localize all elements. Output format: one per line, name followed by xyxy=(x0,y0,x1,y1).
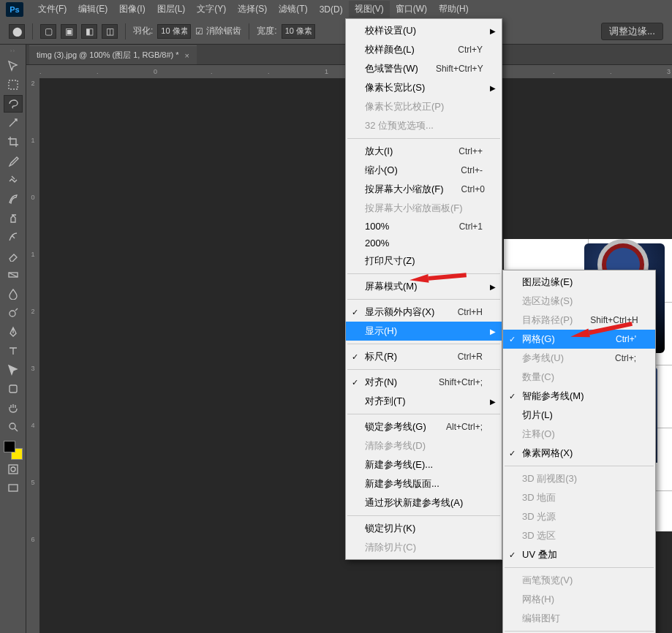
show-submenu-item[interactable]: ✓智能参考线(M) xyxy=(503,387,655,406)
menu-item-label: 锁定切片(K) xyxy=(365,522,415,535)
show-submenu-item: 参考线(U)Ctrl+; xyxy=(503,349,655,368)
menu-item-label: 像素长宽比(S) xyxy=(365,81,425,94)
feather-input[interactable] xyxy=(157,24,191,39)
menu-item-label: 像素长宽比校正(P) xyxy=(365,100,444,113)
view-menu-item[interactable]: 按屏幕大小缩放(F)Ctrl+0 xyxy=(346,180,502,199)
menu-image[interactable]: 图像(I) xyxy=(113,1,151,18)
view-menu-item[interactable]: 通过形状新建参考线(A) xyxy=(346,493,502,512)
menu-item-label: 参考线(U) xyxy=(522,352,564,365)
panel-grip-icon[interactable]: ›› xyxy=(10,48,15,54)
checkmark-icon: ✓ xyxy=(509,335,516,344)
type-tool[interactable] xyxy=(4,342,23,360)
view-menu-item[interactable]: ✓显示额外内容(X)Ctrl+H xyxy=(346,303,502,322)
menu-item-label: 3D 副视图(3) xyxy=(522,472,577,485)
menu-help[interactable]: 帮助(H) xyxy=(433,1,475,18)
history-brush-tool[interactable] xyxy=(4,228,23,246)
clone-tool[interactable] xyxy=(4,209,23,227)
view-menu-item[interactable]: 校样设置(U)▶ xyxy=(346,21,502,40)
eraser-tool[interactable] xyxy=(4,247,23,265)
show-submenu-item[interactable]: 切片(L) xyxy=(503,406,655,425)
svg-point-6 xyxy=(11,467,15,471)
menu-file[interactable]: 文件(F) xyxy=(32,1,72,18)
dodge-tool[interactable] xyxy=(4,304,23,322)
selection-intersect-icon[interactable]: ◫ xyxy=(102,24,118,39)
screenmode-tool[interactable] xyxy=(4,480,23,497)
document-tab[interactable]: timg (3).jpg @ 100% (图层 1, RGB/8#) * × xyxy=(29,45,197,64)
menu-type[interactable]: 文字(Y) xyxy=(191,1,232,18)
menu-item-label: 注释(O) xyxy=(522,428,555,441)
view-menu-item[interactable]: 缩小(O)Ctrl+- xyxy=(346,161,502,180)
menu-layer[interactable]: 图层(L) xyxy=(151,1,192,18)
view-menu-item[interactable]: ✓标尺(R)Ctrl+R xyxy=(346,347,502,366)
view-menu-item[interactable]: 校样颜色(L)Ctrl+Y xyxy=(346,40,502,59)
menu-item-label: 切片(L) xyxy=(522,409,553,422)
marquee-tool[interactable] xyxy=(4,76,23,94)
view-menu-item[interactable]: 对齐到(T)▶ xyxy=(346,392,502,411)
view-menu-item[interactable]: 像素长宽比(S)▶ xyxy=(346,78,502,97)
selection-add-icon[interactable]: ▣ xyxy=(61,24,77,39)
menu-item-label: 3D 选区 xyxy=(522,529,556,542)
menu-item-label: 新建参考线版面... xyxy=(365,477,439,490)
pen-tool[interactable] xyxy=(4,323,23,341)
show-submenu-item: 编辑图钉 xyxy=(503,609,655,628)
menu-item-label: 放大(I) xyxy=(365,145,393,158)
submenu-arrow-icon: ▶ xyxy=(490,27,496,35)
tool-preset-icon[interactable]: ⬤ xyxy=(9,24,25,39)
close-icon[interactable]: × xyxy=(185,51,189,60)
zoom-tool[interactable] xyxy=(4,418,23,436)
wand-tool[interactable] xyxy=(4,114,23,132)
shortcut-label: Shift+Ctrl+; xyxy=(421,377,483,387)
shape-tool[interactable] xyxy=(4,380,23,398)
view-menu-item[interactable]: 放大(I)Ctrl++ xyxy=(346,142,502,161)
adjust-edges-button[interactable]: 调整边缘... xyxy=(601,23,663,40)
move-tool[interactable] xyxy=(4,57,23,75)
healing-tool[interactable] xyxy=(4,171,23,189)
quickmask-tool[interactable] xyxy=(4,460,23,478)
eyedropper-tool[interactable] xyxy=(4,152,23,170)
view-menu-item[interactable]: 色域警告(W)Shift+Ctrl+Y xyxy=(346,59,502,78)
selection-new-icon[interactable]: ▢ xyxy=(40,24,56,39)
menu-window[interactable]: 窗口(W) xyxy=(390,1,433,18)
view-menu-item[interactable]: 200% xyxy=(346,235,502,251)
view-menu-item[interactable]: 新建参考线(E)... xyxy=(346,455,502,474)
menu-view[interactable]: 视图(V) xyxy=(349,1,390,18)
menu-select[interactable]: 选择(S) xyxy=(232,1,273,18)
selection-sub-icon[interactable]: ◧ xyxy=(81,24,97,39)
gradient-tool[interactable] xyxy=(4,266,23,284)
menu-edit[interactable]: 编辑(E) xyxy=(72,1,113,18)
width-label: 宽度: xyxy=(257,25,276,37)
path-tool[interactable] xyxy=(4,361,23,379)
antialias-checkbox[interactable]: ☑消除锯齿 xyxy=(195,25,241,37)
menu-item-label: 3D 地面 xyxy=(522,491,556,504)
show-submenu-item[interactable]: ✓像素网格(X) xyxy=(503,444,655,463)
app-logo-icon: Ps xyxy=(6,2,23,17)
menu-item-label: 新建参考线(E)... xyxy=(365,458,433,471)
view-menu-item[interactable]: 100%Ctrl+1 xyxy=(346,218,502,235)
menu-filter[interactable]: 滤镜(T) xyxy=(273,1,313,18)
crop-tool[interactable] xyxy=(4,133,23,151)
view-menu-item[interactable]: 锁定参考线(G)Alt+Ctrl+; xyxy=(346,417,502,436)
feather-label: 羽化: xyxy=(133,25,153,37)
checkmark-icon: ✓ xyxy=(352,378,358,387)
color-swatches[interactable] xyxy=(4,441,23,460)
separator xyxy=(32,23,33,39)
ruler-vertical[interactable]: 210123456 xyxy=(26,78,39,633)
view-menu-item[interactable]: 显示(H)▶ xyxy=(346,322,502,341)
view-menu-item[interactable]: 新建参考线版面... xyxy=(346,474,502,493)
checkmark-icon: ✓ xyxy=(509,449,516,458)
menu-item-label: 按屏幕大小缩放(F) xyxy=(365,183,444,196)
menu-3d[interactable]: 3D(D) xyxy=(314,2,349,17)
view-menu-item[interactable]: 打印尺寸(Z) xyxy=(346,251,502,270)
width-input[interactable] xyxy=(282,24,315,39)
foreground-color-swatch[interactable] xyxy=(4,441,15,452)
view-menu-item[interactable]: 锁定切片(K) xyxy=(346,519,502,538)
antialias-label: 消除锯齿 xyxy=(206,25,241,37)
blur-tool[interactable] xyxy=(4,285,23,303)
brush-tool[interactable] xyxy=(4,190,23,208)
show-submenu-item[interactable]: 图层边缘(E) xyxy=(503,273,655,292)
hand-tool[interactable] xyxy=(4,399,23,417)
view-menu-item[interactable]: ✓对齐(N)Shift+Ctrl+; xyxy=(346,373,502,392)
shortcut-label: Ctrl+H xyxy=(440,307,483,317)
show-submenu-item[interactable]: ✓UV 叠加 xyxy=(503,545,655,564)
lasso-tool[interactable] xyxy=(4,95,23,113)
